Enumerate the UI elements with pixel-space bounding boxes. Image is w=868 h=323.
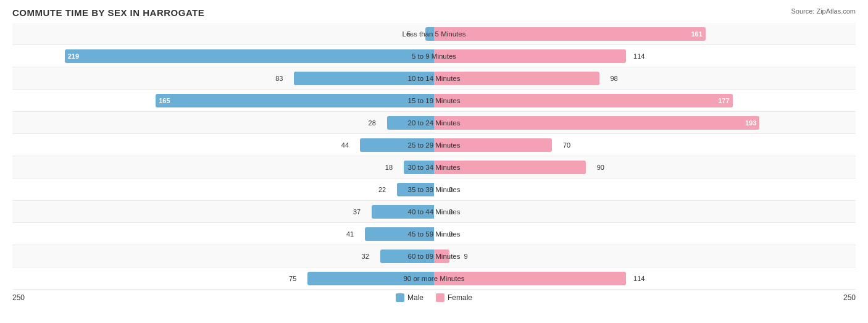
chart-row: 60 to 89 Minutes329 [12, 245, 856, 267]
female-value: 90 [597, 164, 604, 171]
chart-row: 10 to 14 Minutes8398 [12, 67, 856, 90]
female-value: 70 [563, 141, 570, 149]
female-color-box [436, 293, 444, 302]
chart-row: 35 to 39 Minutes220 [12, 178, 856, 201]
row-label: 90 or more Minutes [372, 275, 496, 282]
male-value: 83 [275, 75, 283, 82]
male-value: 44 [341, 141, 349, 149]
legend-male: Male [396, 293, 424, 302]
chart-row: 40 to 44 Minutes370 [12, 201, 856, 223]
chart-row: 30 to 34 Minutes1890 [12, 156, 856, 178]
male-value: 75 [289, 275, 296, 282]
footer-left-value: 250 [12, 293, 25, 302]
row-label: 15 to 19 Minutes [372, 97, 496, 104]
chart-row: 90 or more Minutes75114 [12, 267, 856, 290]
row-label: 45 to 59 Minutes [372, 230, 496, 238]
legend: Male Female [396, 293, 472, 302]
male-value: 37 [353, 208, 361, 216]
female-value: 177 [718, 97, 729, 104]
female-value: 114 [633, 275, 645, 282]
male-label: Male [407, 293, 424, 302]
chart-container: COMMUTE TIME BY SEX IN HARROGATE Source:… [0, 0, 868, 323]
chart-footer: 250 Male Female 250 [12, 293, 856, 302]
source-label: Source: ZipAtlas.com [791, 7, 856, 15]
chart-title: COMMUTE TIME BY SEX IN HARROGATE [12, 7, 856, 18]
row-label: 35 to 39 Minutes [372, 186, 496, 193]
male-value: 41 [346, 230, 354, 238]
male-color-box [396, 293, 404, 302]
chart-row: 25 to 29 Minutes4470 [12, 134, 856, 156]
row-label: Less than 5 Minutes [372, 30, 496, 38]
row-label: 5 to 9 Minutes [372, 52, 496, 60]
row-label: 30 to 34 Minutes [372, 164, 496, 171]
male-value: 219 [68, 52, 79, 60]
female-value: 193 [745, 119, 756, 127]
female-value: 98 [610, 75, 617, 82]
female-value: 114 [633, 52, 645, 60]
female-label: Female [448, 293, 472, 302]
chart-row: 20 to 24 Minutes28193 [12, 112, 856, 134]
row-label: 20 to 24 Minutes [372, 119, 496, 127]
row-label: 60 to 89 Minutes [372, 253, 496, 260]
row-label: 25 to 29 Minutes [372, 141, 496, 149]
legend-female: Female [436, 293, 472, 302]
male-value: 165 [159, 97, 170, 104]
row-label: 40 to 44 Minutes [372, 208, 496, 216]
chart-row: 15 to 19 Minutes165177 [12, 90, 856, 112]
chart-row: 5 to 9 Minutes219114 [12, 45, 856, 67]
row-label: 10 to 14 Minutes [372, 75, 496, 82]
chart-row: 45 to 59 Minutes410 [12, 223, 856, 245]
male-value: 32 [362, 253, 369, 260]
footer-right-value: 250 [843, 293, 856, 302]
chart-row: Less than 5 Minutes5161 [12, 23, 856, 45]
bars-area: Less than 5 Minutes51615 to 9 Minutes219… [12, 23, 856, 290]
female-value: 161 [691, 30, 702, 38]
